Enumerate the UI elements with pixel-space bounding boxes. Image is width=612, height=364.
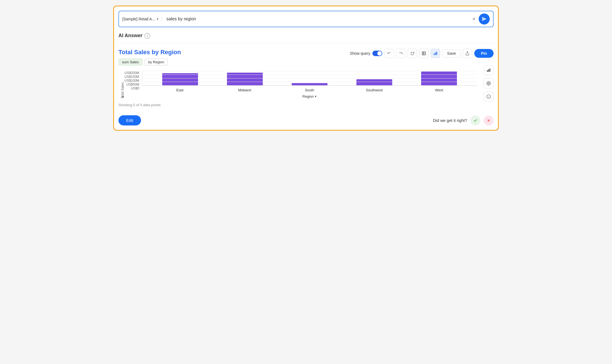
- chart-title: Total Sales by Region: [118, 49, 181, 56]
- svg-rect-9: [488, 69, 489, 72]
- bar-col-west: [421, 71, 457, 86]
- bar-west[interactable]: [421, 72, 457, 86]
- share-icon: [465, 51, 470, 56]
- redo-icon: [399, 51, 403, 55]
- info-button-right[interactable]: [484, 92, 494, 102]
- refresh-icon: [410, 51, 414, 55]
- tag-sum-sales: sum Sales: [118, 59, 142, 65]
- chart-footer: Edit Did we get it right?: [118, 113, 494, 125]
- clear-button[interactable]: ×: [471, 15, 476, 23]
- bar-chart-right-icon: [486, 68, 491, 72]
- main-content: AI Answer i Total Sales by Region sum Sa…: [118, 27, 494, 125]
- chart-inner: US$200M US$150M US$100M US$50M US$0: [124, 71, 477, 98]
- gear-icon: [486, 81, 491, 86]
- chart-tags: sum Sales by Region: [118, 59, 181, 65]
- bars-group: [142, 71, 477, 86]
- main-container: [Sample] Retail A... ▾ × AI Answer i Tot…: [113, 6, 499, 131]
- x-label-east: East: [162, 88, 198, 92]
- datasource-label: [Sample] Retail A...: [122, 17, 155, 21]
- ai-answer-header: AI Answer i: [118, 33, 494, 43]
- x-axis-title: Region ▾: [142, 94, 477, 98]
- bar-col-south: [292, 71, 327, 86]
- x-icon: [487, 119, 491, 122]
- feedback-yes-button[interactable]: [470, 116, 480, 125]
- send-button[interactable]: [479, 13, 490, 24]
- svg-rect-0: [422, 52, 426, 55]
- undo-icon: [387, 51, 391, 55]
- bar-col-southwest: [356, 71, 392, 86]
- svg-rect-6: [437, 52, 437, 55]
- chart-title-area: Total Sales by Region sum Sales by Regio…: [118, 49, 181, 65]
- datasource-selector[interactable]: [Sample] Retail A... ▾: [122, 17, 162, 21]
- y-tick-100m: US$100M: [124, 79, 139, 83]
- y-axis-ticks: US$200M US$150M US$100M US$50M US$0: [124, 71, 142, 98]
- settings-button[interactable]: [484, 78, 494, 88]
- feedback-label: Did we get it right?: [433, 118, 467, 123]
- search-input[interactable]: [164, 15, 469, 23]
- chart-container: Total Sales by Region sum Sales by Regio…: [118, 49, 494, 125]
- bar-chart-icon: [433, 51, 438, 56]
- ai-answer-title: AI Answer: [118, 33, 142, 39]
- x-axis-label-text: Region: [302, 94, 314, 98]
- svg-rect-4: [434, 53, 435, 55]
- y-tick-50m: US$50M: [126, 83, 139, 86]
- right-icons-panel: [484, 65, 494, 102]
- send-icon: [482, 17, 487, 21]
- svg-point-11: [488, 83, 489, 84]
- chevron-down-icon: ▾: [157, 17, 158, 21]
- svg-rect-10: [489, 69, 490, 72]
- x-label-west: West: [421, 88, 457, 92]
- chart-area: ▶ Total Sales US$200M US$150M US$100M US…: [118, 71, 477, 98]
- bar-chart-view-button[interactable]: [431, 49, 440, 58]
- svg-rect-8: [487, 70, 488, 72]
- x-axis-dropdown-icon[interactable]: ▾: [315, 95, 316, 98]
- y-axis-label: ▶ Total Sales: [118, 71, 124, 98]
- table-view-button[interactable]: [419, 49, 429, 58]
- table-icon: [422, 51, 426, 56]
- feedback-no-button[interactable]: [484, 116, 494, 125]
- pin-button[interactable]: Pin: [474, 49, 494, 58]
- x-labels: East Midwest South Southwest West: [142, 86, 477, 92]
- bar-southwest[interactable]: [356, 79, 392, 86]
- svg-rect-5: [435, 53, 436, 55]
- chart-header: Total Sales by Region sum Sales by Regio…: [118, 49, 494, 65]
- redo-button[interactable]: [396, 49, 405, 58]
- show-query-toggle[interactable]: [372, 51, 382, 56]
- y-axis-arrow-icon: ▶: [121, 95, 124, 98]
- info-right-icon: [486, 94, 491, 99]
- undo-button[interactable]: [384, 49, 394, 58]
- y-tick-0: US$0: [131, 86, 139, 90]
- chart-with-axes: US$200M US$150M US$100M US$50M US$0: [124, 71, 477, 98]
- x-label-south: South: [292, 88, 327, 92]
- bar-col-midwest: [227, 71, 263, 86]
- bars-area: East Midwest South Southwest West Region…: [142, 71, 477, 98]
- bar-east[interactable]: [162, 73, 198, 86]
- search-bar: [Sample] Retail A... ▾ ×: [118, 11, 494, 27]
- chart-controls: Show query: [350, 49, 494, 58]
- bar-col-east: [162, 71, 198, 86]
- bar-midwest[interactable]: [227, 73, 263, 86]
- y-tick-150m: US$150M: [124, 75, 139, 79]
- right-bar-chart-button[interactable]: [484, 65, 494, 75]
- bars-row: [142, 71, 477, 86]
- show-query-label: Show query: [350, 51, 370, 56]
- save-button[interactable]: Save: [442, 49, 461, 58]
- check-icon: [473, 118, 478, 123]
- share-button[interactable]: [463, 49, 472, 58]
- x-label-midwest: Midwest: [227, 88, 262, 92]
- bar-south[interactable]: [292, 83, 327, 86]
- data-points-label: Showing 5 of 5 data points: [118, 103, 494, 107]
- feedback-area: Did we get it right?: [433, 116, 494, 125]
- info-icon[interactable]: i: [145, 33, 150, 39]
- x-label-southwest: Southwest: [356, 88, 392, 92]
- tag-by-region: by Region: [145, 59, 168, 65]
- refresh-button[interactable]: [408, 49, 417, 58]
- edit-button[interactable]: Edit: [118, 115, 141, 125]
- y-tick-200m: US$200M: [124, 71, 139, 75]
